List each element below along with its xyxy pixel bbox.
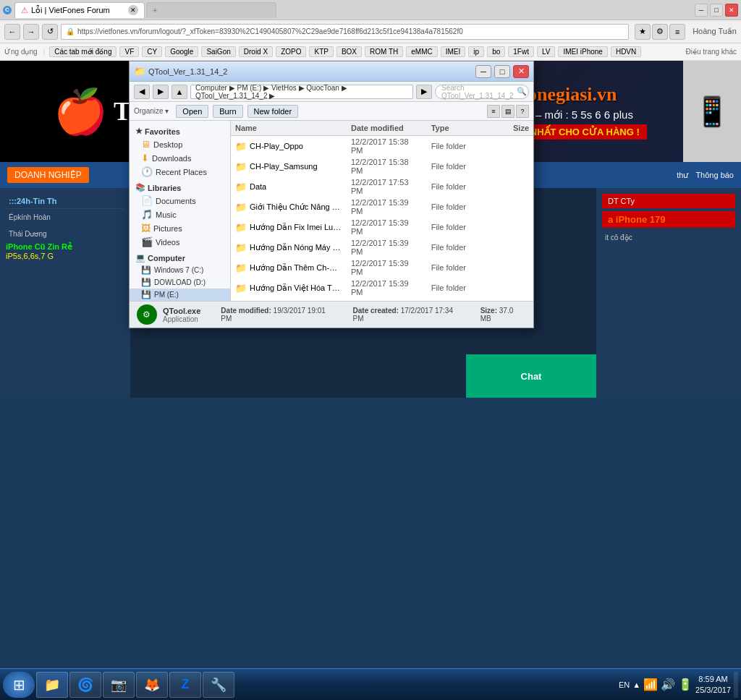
bookmark-emmc[interactable]: eMMC [406,46,437,57]
table-row[interactable]: 📁 Hướng Dẫn Nóng Máy Do Root Kernel 12/2… [231,237,533,257]
sidebar-dowload[interactable]: 💾 DOWLOAD (D:) [130,276,230,289]
window-close-btn[interactable]: ✕ [725,4,738,17]
bookmark-imei-iphone[interactable]: IMEI iPhone [558,46,607,57]
taskbar-app1-btn[interactable]: 🌀 [69,672,101,698]
start-button[interactable]: ⊞ [3,672,35,698]
bookmark-ktp[interactable]: KTP [309,46,333,57]
taskbar-firefox-btn[interactable]: 🦊 [136,672,168,698]
nav-doanh-nghiep[interactable]: DOANH NGHIỆP [7,167,89,183]
file-explorer-window: 📁 QTool_Ver_1.31_14_2 ─ □ ✕ ◀ ▶ ▲ Comput… [129,61,534,328]
show-hidden-icons-btn[interactable]: ▲ [632,680,640,689]
refresh-btn[interactable]: ↺ [42,24,58,40]
chat-btn[interactable]: Chat [466,354,596,398]
videos-icon: 🎬 [141,236,153,247]
settings-btn[interactable]: ⚙ [652,24,668,40]
taskbar-zalo-btn[interactable]: Z [169,672,201,698]
file-name-text: Hướng Dẫn Thêm Ch-Play Trên Tool QT... [250,263,342,273]
bookmark-zopo[interactable]: ZOPO [276,46,306,57]
bookmark-lv[interactable]: LV [537,46,556,57]
explorer-minimize-btn[interactable]: ─ [475,65,491,78]
table-row[interactable]: 📁 Hướng Dẫn Thêm Ch-Play Trên Tool QT...… [231,257,533,278]
taskbar-qtool-btn[interactable]: 🔧 [203,672,234,698]
taskbar-explorer-btn[interactable]: 📁 [36,672,68,698]
view-list-btn[interactable]: ≡ [487,105,500,118]
bookmark-vf[interactable]: VF [119,46,139,57]
burn-btn[interactable]: Burn [213,105,242,118]
show-desktop-btn[interactable] [734,672,738,698]
taskbar-app2-btn[interactable]: 📷 [103,672,135,698]
bookmark-saigon[interactable]: SaiGon [201,46,235,57]
taskbar-clock[interactable]: 8:59 AM 25/3/2017 [695,674,731,695]
bookmark-hdvn[interactable]: HDVN [611,46,641,57]
address-bar[interactable]: 🔒 https://vietfones.vn/forum/logout/?_xf… [61,24,629,40]
bookmark-bo[interactable]: bo [487,46,505,57]
sidebar-downloads[interactable]: ⬇ Downloads [130,151,230,165]
table-row[interactable]: 📁 CH-Play_Samsung 12/2/2017 15:38 PM Fil… [231,156,533,176]
new-folder-btn[interactable]: New folder [247,105,299,118]
window-maximize-btn[interactable]: □ [710,4,723,17]
browser-tab-active[interactable]: ⚠ Lỗi | VietFones Forum ✕ [14,2,145,18]
explorer-file-list: Name Date modified Type Size 📁 CH-Play_O… [231,121,533,301]
col-header-date[interactable]: Date modified [347,122,427,134]
tray-power-icon: 🔋 [678,678,693,691]
explorer-address-go[interactable]: ▶ [416,85,432,99]
view-detail-btn[interactable]: ▤ [501,105,515,118]
sidebar-recent[interactable]: 🕐 Recent Places [130,165,230,179]
computer-icon: 💻 [135,253,145,262]
menu-btn[interactable]: ≡ [669,24,685,40]
dowload-icon: 💾 [141,278,151,287]
explorer-forward-btn[interactable]: ▶ [153,85,169,99]
sidebar-videos[interactable]: 🎬 Videos [130,235,230,249]
bookmark-google[interactable]: Google [165,46,198,57]
nav-thongbao[interactable]: Thông báo [695,171,734,180]
right-ad-dtcty[interactable]: DT CTy [602,194,735,208]
sidebar-documents[interactable]: 📄 Documents [130,194,230,208]
explorer-up-btn[interactable]: ▲ [172,85,187,99]
table-row[interactable]: 📁 Hướng Dẫn Fix Imei Lumia 520 + 525 Trê… [231,217,533,237]
open-btn[interactable]: Open [176,105,208,118]
music-icon: 🎵 [141,209,153,220]
sidebar-desktop[interactable]: 🖥 Desktop [130,137,230,151]
computer-section: 💻 Computer 💾 Windows 7 (C:) 💾 DOWLOAD (D… [130,252,230,301]
taskbar-zalo-icon: Z [182,677,190,692]
organize-dropdown[interactable]: Organize ▾ [134,107,169,115]
sidebar-win7[interactable]: 💾 Windows 7 (C:) [130,264,230,276]
view-help-btn[interactable]: ? [516,105,529,118]
table-row[interactable]: 📁 Hướng Dẫn Việt Hóa Tự Động Trên QTool … [231,278,533,298]
table-row[interactable]: 📁 Giới Thiệu Chức Năng Có Trong Tool QTo… [231,197,533,217]
file-type: File folder [427,161,489,171]
nav-thu[interactable]: thư [677,171,688,180]
bookmark-1fwt[interactable]: 1Fwt [508,46,534,57]
file-date: 12/2/2017 15:39 PM [347,197,427,216]
explorer-search[interactable]: Search QTool_Ver_1.31_14_2 🔍 [435,85,529,99]
bookmark-ip[interactable]: ip [468,46,484,57]
col-header-type[interactable]: Type [427,122,489,134]
libraries-section: 📚 Libraries 📄 Documents 🎵 Music 🖼 Pictur… [130,182,230,249]
col-header-size[interactable]: Size [489,122,533,134]
explorer-maximize-btn[interactable]: □ [494,65,510,78]
bookmark-cy[interactable]: CY [142,46,162,57]
sidebar-pictures[interactable]: 🖼 Pictures [130,221,230,235]
bookmark-imei[interactable]: IMEI [441,46,466,57]
tab-close-btn[interactable]: ✕ [128,5,138,15]
window-minimize-btn[interactable]: ─ [695,4,708,17]
sidebar-pm-e[interactable]: 💾 PM (E:) [130,289,230,301]
table-row[interactable]: 📁 CH-Play_Oppo 12/2/2017 15:38 PM File f… [231,136,533,156]
bookmark-cactab[interactable]: Các tab mới đồng [49,46,117,57]
col-header-name[interactable]: Name [231,122,347,134]
sidebar-music[interactable]: 🎵 Music [130,208,230,221]
bookmark-romth[interactable]: ROM TH [365,46,403,57]
explorer-back-btn[interactable]: ◀ [134,85,150,99]
more-bookmarks[interactable]: Điều trang khác [686,48,737,56]
bookmark-droidx[interactable]: Droid X [239,46,273,57]
explorer-close-btn[interactable]: ✕ [513,65,529,78]
back-btn[interactable]: ← [4,24,20,40]
browser-tab-new[interactable]: + [146,2,276,18]
bookmark-box[interactable]: BOX [336,46,362,57]
table-row[interactable]: 📁 Data 12/2/2017 17:53 PM File folder [231,176,533,197]
explorer-toolbar: Organize ▾ Open Burn New folder ≡ ▤ ? [130,102,533,121]
search-placeholder: Search QTool_Ver_1.31_14_2 [441,84,514,100]
forward-btn[interactable]: → [23,24,39,40]
explorer-address[interactable]: Computer ▶ PM (E:) ▶ VietHos ▶ QuocToan … [190,85,413,99]
bookmark-btn[interactable]: ★ [635,24,651,40]
